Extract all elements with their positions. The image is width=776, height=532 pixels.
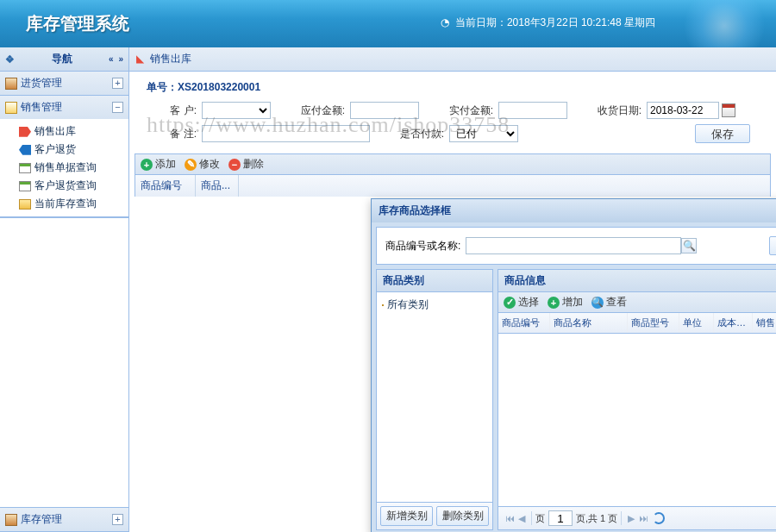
expand-right-icon[interactable]: » [118, 54, 123, 64]
category-panel: 商品类别 所有类别 新增类别 删除类别 [376, 269, 493, 530]
breadcrumb: ◣ 销售出库 [129, 47, 776, 72]
receipt-date-input[interactable] [647, 102, 719, 119]
add-category-button[interactable]: 新增类别 [380, 506, 433, 526]
tree-item-sales-query[interactable]: 销售单据查询 [0, 159, 128, 177]
box-icon [5, 514, 17, 526]
select-button[interactable]: ✓选择 [504, 295, 539, 310]
pager: ⏮ ◀ 页 页,共 1 页 ▶ ⏭ 没有数据 [498, 506, 776, 529]
customer-label: 客 户: [147, 103, 197, 118]
add-button[interactable]: +添加 [141, 157, 176, 172]
sidebar-section-sales[interactable]: 销售管理 − [0, 96, 128, 119]
page-input[interactable] [548, 510, 573, 526]
out-icon: ◣ [136, 53, 144, 65]
sidebar-section-purchase[interactable]: 进货管理 + [0, 72, 128, 95]
dialog-titlebar[interactable]: 库存商品选择框 ✕ [372, 199, 776, 222]
app-title: 库存管理系统 [0, 0, 776, 35]
edit-button[interactable]: ✎修改 [185, 157, 220, 172]
pay-method-label: 是否付款: [394, 127, 444, 141]
amount-due-label: 应付金额: [295, 103, 345, 118]
refresh-icon[interactable] [653, 512, 665, 524]
product-select-dialog: 库存商品选择框 ✕ 商品编号或名称: 🔍 关闭 商品类别 [371, 198, 776, 532]
pay-method-select[interactable]: 已付 [449, 125, 518, 142]
doc-icon [19, 181, 31, 191]
col-unit[interactable]: 单位 [679, 313, 714, 333]
product-info-panel: 商品信息 ✓选择 +增加 🔍查看 商品编号 商品名称 商品型号 单位 成本… [498, 269, 776, 530]
amount-paid-input[interactable] [498, 102, 567, 119]
view-button[interactable]: 🔍查看 [591, 295, 627, 310]
nav-header: ❖ 导航 « » [0, 47, 128, 72]
search-label: 商品编号或名称: [385, 239, 460, 253]
sidebar-section-inventory[interactable]: 库存管理 + [0, 508, 128, 531]
tree-item-customer-return[interactable]: 客户退货 [0, 141, 128, 159]
grid-toolbar: +添加 ✎修改 −删除 [135, 153, 771, 175]
order-number: 单号：XS201803220001 [147, 80, 759, 95]
tree-item-sales-out[interactable]: 销售出库 [0, 122, 128, 141]
box-icon [5, 78, 17, 90]
minus-icon[interactable]: − [112, 102, 123, 113]
delete-category-button[interactable]: 删除类别 [436, 506, 489, 526]
header-date: 当前日期：2018年3月22日 10:21:48 星期四 [441, 16, 655, 30]
doc-icon [19, 163, 31, 173]
customer-select[interactable] [202, 102, 271, 119]
minus-circle-icon: − [228, 159, 241, 171]
next-page-icon[interactable]: ▶ [625, 513, 637, 524]
prev-page-icon[interactable]: ◀ [516, 513, 528, 524]
col-model[interactable]: 商品型号 [628, 313, 679, 333]
product-grid-body [498, 334, 776, 506]
last-page-icon[interactable]: ⏭ [637, 513, 649, 523]
amount-paid-label: 实付金额: [443, 103, 493, 118]
col-sale[interactable]: 销售… [753, 313, 776, 333]
col-code[interactable]: 商品编号 [498, 313, 550, 333]
product-search-input[interactable] [466, 237, 681, 254]
globe-decor [673, 0, 776, 47]
out-icon [19, 127, 31, 137]
tree-item-return-query[interactable]: 客户退货查询 [0, 177, 128, 195]
grid-col-name[interactable]: 商品... [196, 175, 239, 197]
remark-input[interactable] [202, 125, 370, 142]
app-header: 库存管理系统 当前日期：2018年3月22日 10:21:48 星期四 [0, 0, 776, 47]
delete-button[interactable]: −删除 [228, 157, 264, 172]
grid-col-code[interactable]: 商品编号 [135, 175, 196, 197]
pencil-icon: ✎ [185, 159, 197, 171]
add-product-button[interactable]: +增加 [548, 295, 583, 310]
content-area: ◣ 销售出库 单号：XS201803220001 客 户: 应付金额: 实付金额… [129, 47, 776, 532]
plus-icon[interactable]: + [112, 78, 123, 89]
check-circle-icon: ✓ [504, 297, 516, 309]
category-panel-title: 商品类别 [377, 270, 492, 292]
col-name[interactable]: 商品名称 [550, 313, 628, 333]
box-icon [5, 102, 17, 114]
calendar-icon[interactable] [722, 103, 735, 117]
tree-item-stock-query[interactable]: 当前库存查询 [0, 195, 128, 213]
receipt-date-label: 收货日期: [591, 103, 641, 118]
folder-icon [19, 199, 31, 210]
folder-icon [382, 304, 384, 306]
compass-icon: ❖ [5, 53, 15, 66]
first-page-icon[interactable]: ⏮ [504, 513, 516, 523]
save-button[interactable]: 保存 [695, 124, 750, 143]
plus-circle-icon: + [548, 297, 560, 309]
category-root[interactable]: 所有类别 [382, 297, 487, 312]
sidebar: ❖ 导航 « » 进货管理 + 销售管理 − 销售出库 客户退货 [0, 47, 129, 532]
plus-circle-icon: + [141, 159, 153, 171]
plus-icon[interactable]: + [112, 514, 123, 525]
amount-due-input[interactable] [350, 102, 419, 119]
product-info-title: 商品信息 [498, 270, 776, 292]
close-button[interactable]: 关闭 [769, 236, 776, 255]
search-icon[interactable]: 🔍 [681, 238, 697, 253]
collapse-left-icon[interactable]: « [109, 54, 114, 64]
return-icon [19, 145, 31, 155]
remark-label: 备 注: [147, 127, 197, 141]
search-icon: 🔍 [591, 297, 604, 309]
col-cost[interactable]: 成本… [714, 313, 753, 333]
